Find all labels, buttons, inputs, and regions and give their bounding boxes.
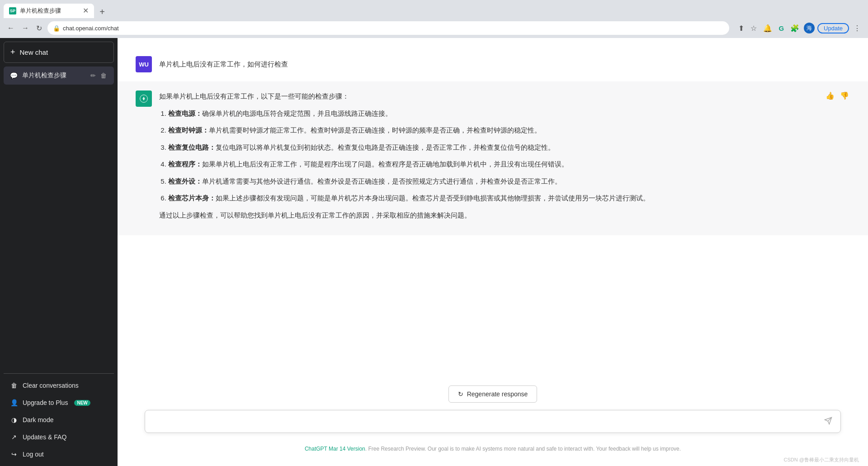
step-4-body: 如果单片机上电后没有正常工作，可能是程序出现了问题。检查程序是否正确地加载到单片… — [202, 160, 568, 168]
app-layout: + New chat 💬 单片机检查步骤 ✏ 🗑 🗑 Clear convers… — [0, 38, 868, 466]
user-avatar: WU — [136, 56, 152, 72]
chat-input[interactable] — [151, 416, 822, 427]
openai-logo-icon — [139, 94, 148, 103]
step-2-title: 检查时钟源： — [168, 126, 209, 134]
tab-close-button[interactable]: ✕ — [83, 7, 89, 14]
update-button[interactable]: Update — [817, 23, 849, 33]
step-5: 检查外设：单片机通常需要与其他外设进行通信。检查外设是否正确连接，是否按照规定方… — [168, 176, 650, 187]
step-3: 检查复位电路：复位电路可以将单片机复位到初始状态。检查复位电路是否正确连接，是否… — [168, 142, 650, 153]
dark-mode-label: Dark mode — [23, 416, 53, 423]
footer-description: . Free Research Preview. Our goal is to … — [365, 446, 681, 452]
step-3-body: 复位电路可以将单片机复位到初始状态。检查复位电路是否正确连接，是否正常工作，并检… — [216, 143, 555, 151]
new-chat-label: New chat — [20, 48, 48, 56]
regenerate-area: ↻ Regenerate response — [118, 378, 868, 410]
input-area — [118, 410, 868, 442]
sidebar-bottom: 🗑 Clear conversations 👤 Upgrade to Plus … — [4, 373, 114, 462]
step-5-body: 单片机通常需要与其他外设进行通信。检查外设是否正确连接，是否按照规定方式进行通信… — [202, 177, 561, 185]
upgrade-label: Upgrade to Plus — [23, 399, 68, 406]
chat-icon: 💬 — [10, 72, 18, 79]
chat-messages: WU 单片机上电后没有正常工作，如何进行检查 如果单片机上电后没有正常工作，以下… — [118, 38, 868, 378]
user-message-text: 单片机上电后没有正常工作，如何进行检查 — [159, 56, 850, 72]
address-bar[interactable]: 🔒 chat.openai.com/chat — [47, 21, 729, 35]
notification-button[interactable]: 🔔 — [761, 22, 774, 34]
thumbs-up-button[interactable]: 👍 — [825, 90, 835, 101]
assistant-intro: 如果单片机上电后没有正常工作，以下是一些可能的检查步骤： — [159, 90, 650, 102]
user-message: WU 单片机上电后没有正常工作，如何进行检查 — [118, 47, 868, 81]
updates-faq-button[interactable]: ↗ Updates & FAQ — [4, 429, 114, 445]
bookmark-button[interactable]: ☆ — [749, 22, 759, 34]
address-bar-row: ← → ↻ 🔒 chat.openai.com/chat ⬆ ☆ 🔔 G 🧩 海… — [0, 18, 868, 38]
forward-button[interactable]: → — [20, 22, 31, 34]
menu-button[interactable]: ⋮ — [852, 22, 863, 34]
sidebar: + New chat 💬 单片机检查步骤 ✏ 🗑 🗑 Clear convers… — [0, 38, 118, 466]
external-link-icon: ↗ — [10, 433, 18, 441]
logout-icon: ↪ — [10, 451, 18, 458]
regenerate-label: Regenerate response — [467, 390, 528, 398]
regenerate-icon: ↻ — [458, 390, 463, 398]
assistant-steps-list: 检查电源：确保单片机的电源电压符合规定范围，并且电源线路正确连接。 检查时钟源：… — [159, 108, 650, 204]
input-box — [145, 410, 841, 433]
step-2: 检查时钟源：单片机需要时钟源才能正常工作。检查时钟源是否正确连接，时钟源的频率是… — [168, 124, 650, 136]
send-icon — [824, 417, 832, 425]
trash-icon: 🗑 — [10, 382, 18, 389]
thumbs-down-button[interactable]: 👎 — [839, 90, 850, 101]
delete-chat-button[interactable]: 🗑 — [99, 71, 108, 80]
message-actions: 👍 👎 — [825, 90, 850, 101]
logout-button[interactable]: ↪ Log out — [4, 446, 114, 462]
assistant-conclusion: 通过以上步骤检查，可以帮助您找到单片机上电后没有正常工作的原因，并采取相应的措施… — [159, 209, 650, 221]
sidebar-spacer — [4, 85, 114, 373]
regenerate-button[interactable]: ↻ Regenerate response — [448, 385, 538, 403]
step-6-title: 检查芯片本身： — [168, 194, 216, 202]
back-button[interactable]: ← — [5, 22, 16, 34]
extension-g-button[interactable]: G — [777, 23, 786, 34]
edit-chat-button[interactable]: ✏ — [90, 71, 97, 80]
lock-icon: 🔒 — [53, 25, 60, 32]
dark-mode-icon: ◑ — [10, 416, 18, 423]
updates-faq-label: Updates & FAQ — [23, 433, 66, 441]
share-button[interactable]: ⬆ — [736, 22, 746, 34]
new-badge: NEW — [74, 400, 90, 406]
user-icon: 👤 — [10, 399, 18, 406]
chat-list-item[interactable]: 💬 单片机检查步骤 ✏ 🗑 — [4, 67, 114, 85]
step-6: 检查芯片本身：如果上述步骤都没有发现问题，可能是单片机芯片本身出现问题。检查芯片… — [168, 192, 650, 204]
tab-favicon: SP — [9, 7, 16, 14]
tab-bar: SP 单片机检查步骤 ✕ + — [0, 0, 868, 18]
main-content: WU 单片机上电后没有正常工作，如何进行检查 如果单片机上电后没有正常工作，以下… — [118, 38, 868, 466]
step-1-title: 检查电源： — [168, 109, 202, 117]
chat-item-label: 单片机检查步骤 — [22, 71, 85, 80]
browser-actions: ⬆ ☆ 🔔 G 🧩 海 Update ⋮ — [736, 22, 863, 34]
footer-text: ChatGPT Mar 14 Version. Free Research Pr… — [118, 442, 868, 456]
footer-link[interactable]: ChatGPT Mar 14 Version — [305, 446, 365, 452]
clear-conversations-button[interactable]: 🗑 Clear conversations — [4, 377, 114, 394]
logout-label: Log out — [23, 451, 44, 458]
dark-mode-button[interactable]: ◑ Dark mode — [4, 412, 114, 428]
footer-watermark: CSDN @鲁棒最小二乘支持向量机 — [118, 456, 868, 466]
step-4-title: 检查程序： — [168, 160, 202, 168]
plus-icon: + — [10, 48, 15, 57]
browser-chrome: SP 单片机检查步骤 ✕ + ← → ↻ 🔒 chat.openai.com/c… — [0, 0, 868, 38]
send-button[interactable] — [822, 415, 834, 428]
tab-title: 单片机检查步骤 — [20, 7, 79, 15]
profile-button[interactable]: 海 — [804, 23, 815, 33]
assistant-message: 如果单片机上电后没有正常工作，以下是一些可能的检查步骤： 检查电源：确保单片机的… — [118, 81, 868, 235]
step-6-body: 如果上述步骤都没有发现问题，可能是单片机芯片本身出现问题。检查芯片是否受到静电损… — [216, 194, 650, 202]
active-tab[interactable]: SP 单片机检查步骤 ✕ — [4, 4, 94, 18]
step-2-body: 单片机需要时钟源才能正常工作。检查时钟源是否正确连接，时钟源的频率是否正确，并检… — [209, 126, 541, 134]
assistant-response: 如果单片机上电后没有正常工作，以下是一些可能的检查步骤： 检查电源：确保单片机的… — [159, 90, 650, 226]
new-tab-button[interactable]: + — [96, 5, 108, 18]
chat-item-actions: ✏ 🗑 — [90, 71, 108, 80]
step-4: 检查程序：如果单片机上电后没有正常工作，可能是程序出现了问题。检查程序是否正确地… — [168, 158, 650, 170]
upgrade-button[interactable]: 👤 Upgrade to Plus NEW — [4, 395, 114, 411]
step-1-body: 确保单片机的电源电压符合规定范围，并且电源线路正确连接。 — [202, 109, 392, 117]
step-5-title: 检查外设： — [168, 177, 202, 185]
step-3-title: 检查复位电路： — [168, 143, 216, 151]
step-1: 检查电源：确保单片机的电源电压符合规定范围，并且电源线路正确连接。 — [168, 108, 650, 119]
extensions-button[interactable]: 🧩 — [788, 22, 801, 34]
url-text: chat.openai.com/chat — [63, 25, 119, 32]
new-chat-button[interactable]: + New chat — [4, 42, 114, 63]
reload-button[interactable]: ↻ — [34, 22, 44, 34]
assistant-avatar — [136, 90, 152, 107]
clear-conversations-label: Clear conversations — [23, 382, 79, 389]
